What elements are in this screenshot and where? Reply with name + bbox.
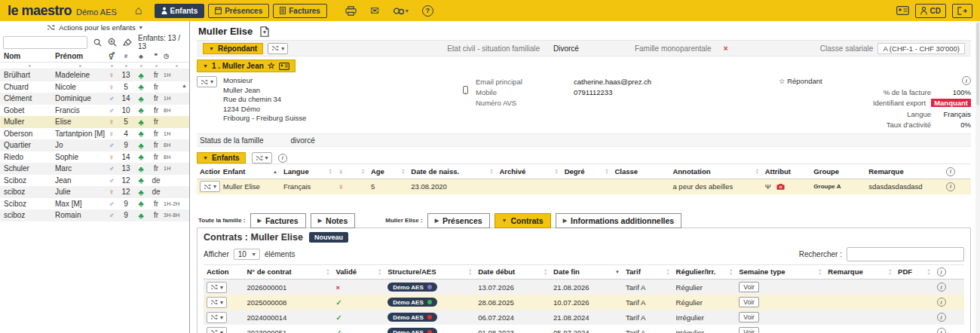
- col-regulier[interactable]: Régulier/Irr.▲▼: [673, 264, 737, 280]
- voir-button[interactable]: Voir: [739, 312, 759, 322]
- scrollbar-thumb[interactable]: [976, 23, 979, 105]
- child-row[interactable]: scibozJulie♀12♣de: [0, 186, 189, 198]
- language-column-icon[interactable]: ❞: [149, 53, 164, 60]
- repondant-actions-button[interactable]: ▾: [268, 43, 288, 54]
- col-enfant[interactable]: Enfant▲: [220, 164, 280, 179]
- children-actions-menu[interactable]: Actions pour les enfants ▾: [0, 21, 189, 34]
- search-icon[interactable]: [93, 38, 102, 47]
- user-button[interactable]: CD: [915, 4, 946, 18]
- child-row[interactable]: ScibozMax [M]♂9♣fr1H-2H: [0, 198, 189, 210]
- clear-filter-icon[interactable]: [123, 38, 132, 47]
- parent-section-toggle[interactable]: ▼ 1 . Muller Jean ☆: [197, 60, 296, 72]
- page-size-select[interactable]: 10▾: [234, 249, 260, 260]
- status-column-icon[interactable]: ♣: [133, 53, 149, 60]
- col-naissance[interactable]: Date de naiss.▲▼: [408, 164, 496, 179]
- hours-column-icon[interactable]: ◷: [164, 53, 189, 60]
- col-age[interactable]: Age▲▼: [368, 164, 408, 179]
- info-icon[interactable]: i: [937, 328, 946, 333]
- child-row[interactable]: ScibozJean♂12♣de: [0, 175, 189, 187]
- email-value[interactable]: catherine.haas@prez.ch: [574, 77, 651, 87]
- col-date-debut[interactable]: Date début▲▼: [475, 264, 550, 280]
- info-icon[interactable]: i: [962, 76, 971, 85]
- parent-actions-button[interactable]: ▾: [197, 76, 217, 87]
- enfants-section-toggle[interactable]: ▼Enfants: [197, 152, 246, 163]
- page-scrollbar[interactable]: [975, 21, 980, 333]
- children-filter-row[interactable]: [0, 63, 189, 69]
- child-row[interactable]: scibozRomain♂9♣fr3H-8H: [0, 209, 189, 221]
- nav-presences[interactable]: Présences: [208, 4, 269, 18]
- home-icon[interactable]: ⌂: [135, 5, 142, 17]
- remove-icon[interactable]: ×: [724, 44, 728, 53]
- contract-actions-button[interactable]: ▾: [207, 312, 227, 323]
- help-icon[interactable]: ?: [422, 5, 433, 17]
- info-icon[interactable]: i: [946, 182, 955, 191]
- tab-contrats[interactable]: ▼Contrats: [495, 213, 551, 228]
- col-classe[interactable]: Classe: [611, 164, 669, 179]
- voir-button[interactable]: Voir: [739, 282, 759, 292]
- contracts-search-input[interactable]: [847, 247, 964, 261]
- structure-badge[interactable]: Démo AES: [387, 298, 437, 307]
- contract-actions-button[interactable]: ▾: [207, 327, 227, 333]
- mail-icon[interactable]: ✉: [370, 5, 379, 16]
- search-plus-icon[interactable]: [108, 38, 117, 47]
- col-nom[interactable]: Nom: [0, 52, 55, 60]
- link-icon[interactable]: ▾: [393, 7, 409, 15]
- col-groupe[interactable]: Groupe: [810, 164, 865, 179]
- col-tarif[interactable]: Tarif▲▼: [623, 264, 673, 280]
- child-row[interactable]: ChuardNicole♀5♣fr: [0, 81, 189, 93]
- repondant-toggle[interactable]: ▼Répondant: [203, 43, 263, 54]
- col-semaine-type[interactable]: Semaine type▲▼: [736, 264, 825, 280]
- col-structure[interactable]: Structure/AES▲▼: [384, 264, 475, 280]
- contract-row[interactable]: ▾ 2024000014 ✓ Démo AES 06.07.2024 21.08…: [204, 310, 964, 325]
- col-annotation[interactable]: Annotation▲▼: [669, 164, 761, 179]
- structure-badge[interactable]: Démo AES: [387, 328, 437, 333]
- scroll-up-icon[interactable]: ▲: [182, 83, 187, 88]
- nav-factures[interactable]: Factures: [273, 4, 327, 18]
- col-pdf[interactable]: PDF▲▼: [895, 264, 933, 280]
- tab-presences[interactable]: ▶Présences: [427, 213, 490, 228]
- star-icon[interactable]: ☆: [268, 61, 275, 71]
- info-icon[interactable]: i: [937, 313, 946, 322]
- child-row[interactable]: BrülhartMadeleine♀13♣fr1H: [0, 69, 189, 81]
- children-search-input[interactable]: [3, 36, 87, 49]
- info-icon[interactable]: i: [937, 283, 946, 292]
- contract-row[interactable]: ▾ 2025000008 ✓ Démo AES 28.08.2025 10.07…: [204, 295, 964, 310]
- enfants-actions-button[interactable]: ▾: [252, 152, 272, 163]
- child-row[interactable]: ClémentDominique♂14♣fr1H: [0, 93, 189, 105]
- structure-badge[interactable]: Démo AES: [387, 283, 437, 292]
- nav-enfants[interactable]: Enfants: [155, 4, 205, 18]
- child-row[interactable]: RiedoSophie♀14♣fr8H: [0, 151, 189, 163]
- col-attribut[interactable]: Attribut: [762, 164, 811, 179]
- child-row[interactable]: GobetFrancis♂10♣fr8H: [0, 105, 189, 117]
- col-prenom[interactable]: Prénom: [55, 52, 105, 60]
- printer-icon[interactable]: [345, 6, 357, 16]
- contract-row[interactable]: ▾ 2023000051 ✓ Démo AES 01.08.2023 05.07…: [204, 325, 964, 333]
- col-gender[interactable]: ♀▲▼: [335, 164, 368, 179]
- col-langue[interactable]: Langue▲▼: [280, 164, 335, 179]
- info-icon[interactable]: i: [278, 154, 287, 163]
- child-row-selected[interactable]: MullerElise♀5♣fr: [0, 116, 189, 128]
- enfant-row[interactable]: ▾ Muller Elise Français ♀ 5 23.08.2020 a…: [197, 179, 971, 194]
- document-icon[interactable]: [260, 26, 269, 37]
- contact-card-icon[interactable]: [279, 63, 289, 70]
- child-row[interactable]: QuartierJo♂9♣fr8H: [0, 139, 189, 151]
- col-archive[interactable]: Archivé▲▼: [496, 164, 561, 179]
- contract-actions-button[interactable]: ▾: [207, 282, 227, 293]
- col-remarque[interactable]: Remarque: [865, 164, 943, 179]
- child-row[interactable]: SchulerMarc♂13♣fr1H: [0, 163, 189, 175]
- child-row[interactable]: ObersonTartantpion [M]♀4♣fr1H: [0, 128, 189, 140]
- classe-salariale-value[interactable]: A (CHF-1 - CHF 30'000): [877, 43, 965, 54]
- voir-button[interactable]: Voir: [739, 327, 759, 333]
- contract-actions-button[interactable]: ▾: [207, 297, 227, 308]
- star-icon[interactable]: ☆: [779, 77, 786, 85]
- tab-notes[interactable]: ▶Notes: [311, 213, 356, 228]
- structure-badge[interactable]: Démo AES: [387, 313, 437, 322]
- age-column-icon[interactable]: #: [118, 53, 133, 60]
- gender-column-icon[interactable]: ⚥: [105, 53, 118, 60]
- voir-button[interactable]: Voir: [739, 297, 759, 307]
- enfant-actions-button[interactable]: ▾: [200, 181, 220, 192]
- logout-button[interactable]: [952, 4, 972, 18]
- col-valide[interactable]: Validé▲▼: [333, 264, 385, 280]
- info-icon[interactable]: i: [937, 298, 946, 307]
- new-contract-button[interactable]: Nouveau: [309, 232, 348, 243]
